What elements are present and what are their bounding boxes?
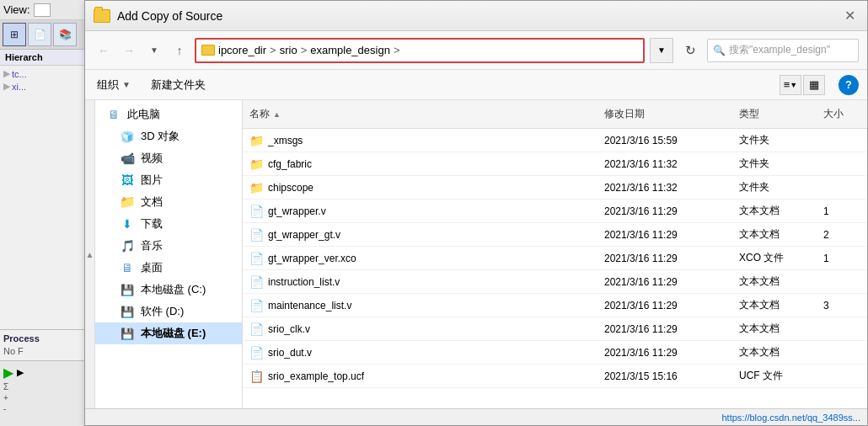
file-name: _xmsgs bbox=[268, 135, 303, 146]
file-row[interactable]: 📄 maintenance_list.v 2021/3/16 11:29 文本文… bbox=[243, 294, 867, 317]
file-row[interactable]: 📄 instruction_list.v 2021/3/16 11:29 文本文… bbox=[243, 270, 867, 294]
nav-item-disk-e[interactable]: 💾 本地磁盘 (E:) bbox=[95, 322, 242, 344]
view-buttons: ≡ ▼ ▦ bbox=[780, 75, 825, 95]
nav-item-photo[interactable]: 🖼 图片 bbox=[95, 169, 242, 191]
video-icon: 📹 bbox=[119, 152, 136, 165]
photo-icon: 🖼 bbox=[119, 173, 136, 187]
ide-view-label: View: bbox=[3, 3, 30, 16]
organize-button[interactable]: 组织 ▼ bbox=[94, 76, 134, 94]
file-size bbox=[817, 280, 867, 285]
dialog-close-button[interactable]: ✕ bbox=[840, 7, 859, 25]
file-list-header: 名称 ▲ 修改日期 类型 大小 bbox=[243, 100, 867, 129]
file-row[interactable]: 📁 chipscope 2021/3/16 11:32 文件夹 bbox=[243, 176, 867, 200]
nav-item-video[interactable]: 📹 视频 bbox=[95, 147, 242, 169]
header-date[interactable]: 修改日期 bbox=[597, 104, 732, 125]
file-name-cell: 📄 gt_wrapper_ver.xco bbox=[243, 249, 597, 268]
ide-icon-hierarchy[interactable]: ⊞ bbox=[3, 23, 26, 46]
file-date: 2021/3/16 11:29 bbox=[597, 250, 732, 267]
nav-item-disk-e-label: 本地磁盘 (E:) bbox=[141, 326, 206, 341]
file-size bbox=[817, 185, 867, 190]
new-folder-button[interactable]: 新建文件夹 bbox=[147, 76, 209, 94]
file-row[interactable]: 📁 _xmsgs 2021/3/16 15:59 文件夹 bbox=[243, 129, 867, 152]
file-list-body: 📁 _xmsgs 2021/3/16 15:59 文件夹 📁 cfg_fabri… bbox=[243, 129, 867, 408]
file-name: maintenance_list.v bbox=[268, 300, 351, 312]
file-type: 文本文档 bbox=[732, 296, 817, 315]
add-copy-source-dialog: Add Copy of Source ✕ ← → ▼ ↑ ipcore_dir … bbox=[84, 0, 868, 426]
address-box[interactable]: ipcore_dir > srio > example_design > bbox=[195, 38, 645, 63]
doc-folder-icon: 📁 bbox=[119, 195, 136, 209]
file-type: 文件夹 bbox=[732, 154, 817, 173]
file-name-cell: 📄 srio_dut.v bbox=[243, 343, 597, 362]
file-size: 3 bbox=[817, 297, 867, 314]
file-row[interactable]: 📄 gt_wrapper_gt.v 2021/3/16 11:29 文本文档 2 bbox=[243, 223, 867, 247]
nav-item-download[interactable]: ⬇ 下载 bbox=[95, 213, 242, 235]
file-size bbox=[817, 162, 867, 167]
file-size bbox=[817, 327, 867, 332]
header-type[interactable]: 类型 bbox=[732, 104, 817, 125]
ide-extra-btn[interactable]: + bbox=[3, 393, 85, 402]
ide-tree-item[interactable]: ▶ tc... bbox=[2, 67, 86, 80]
nav-item-disk-d[interactable]: 💾 软件 (D:) bbox=[95, 301, 242, 322]
ide-run-btn[interactable]: ▶ ▶ bbox=[3, 365, 85, 381]
3d-icon: 🧊 bbox=[119, 130, 136, 143]
organize-arrow: ▼ bbox=[122, 80, 131, 89]
file-date: 2021/3/16 11:29 bbox=[597, 321, 732, 338]
file-name: cfg_fabric bbox=[268, 158, 312, 170]
nav-item-doc[interactable]: 📁 文档 bbox=[95, 191, 242, 213]
ide-hierarchy-label: Hierarch bbox=[0, 50, 88, 66]
file-name: srio_clk.v bbox=[268, 323, 310, 335]
ide-toolbar-top: View: bbox=[0, 0, 88, 20]
folder-icon: 📁 bbox=[249, 157, 263, 171]
ide-tree-item-2[interactable]: ▶ xi... bbox=[2, 80, 86, 93]
header-size[interactable]: 大小 bbox=[817, 104, 867, 125]
address-dropdown-button[interactable]: ▼ bbox=[650, 38, 673, 63]
file-name: srio_dut.v bbox=[268, 347, 312, 359]
ide-sigma-btn[interactable]: Σ bbox=[3, 382, 85, 391]
sort-icon: ▲ bbox=[273, 110, 281, 119]
ide-bottom-btns: ▶ ▶ Σ + - bbox=[0, 360, 88, 426]
nav-item-disk-c[interactable]: 💾 本地磁盘 (C:) bbox=[95, 279, 242, 301]
file-size bbox=[817, 350, 867, 355]
file-type: UCF 文件 bbox=[732, 366, 817, 386]
nav-forward-button[interactable]: → bbox=[119, 40, 139, 61]
music-icon: 🎵 bbox=[119, 239, 136, 253]
nav-up-button[interactable]: ↑ bbox=[169, 40, 190, 61]
file-row[interactable]: 📄 srio_dut.v 2021/3/16 11:29 文本文档 bbox=[243, 341, 867, 365]
doc-icon: 📄 bbox=[249, 275, 263, 289]
file-row[interactable]: 📄 srio_clk.v 2021/3/16 11:29 文本文档 bbox=[243, 317, 867, 341]
nav-back-button[interactable]: ← bbox=[94, 40, 114, 61]
refresh-button[interactable]: ↻ bbox=[678, 39, 702, 62]
file-name-cell: 📁 _xmsgs bbox=[243, 131, 597, 150]
file-row[interactable]: 📁 cfg_fabric 2021/3/16 11:32 文件夹 bbox=[243, 152, 867, 176]
file-type: 文本文档 bbox=[732, 201, 817, 221]
nav-item-pc[interactable]: 🖥 此电脑 bbox=[95, 104, 242, 125]
help-label: ? bbox=[845, 78, 852, 91]
ide-extra-btn2[interactable]: - bbox=[3, 404, 85, 413]
nav-item-desktop[interactable]: 🖥 桌面 bbox=[95, 257, 242, 279]
nav-item-3d[interactable]: 🧊 3D 对象 bbox=[95, 125, 242, 147]
file-type: 文件夹 bbox=[732, 178, 817, 197]
new-folder-label: 新建文件夹 bbox=[151, 77, 206, 93]
file-name-cell: 📄 srio_clk.v bbox=[243, 320, 597, 338]
nav-item-music[interactable]: 🎵 音乐 bbox=[95, 235, 242, 257]
dialog-title: Add Copy of Source bbox=[117, 9, 222, 23]
help-button[interactable]: ? bbox=[839, 75, 859, 95]
folder-icon: 📁 bbox=[249, 181, 263, 194]
nav-collapse-button[interactable]: ▲ bbox=[85, 100, 95, 408]
file-name-cell: 📄 gt_wrapper.v bbox=[243, 202, 597, 221]
search-box[interactable]: 🔍 搜索"example_design" bbox=[707, 39, 859, 62]
ide-icon-libs[interactable]: 📚 bbox=[53, 23, 77, 46]
view-list-button[interactable]: ≡ ▼ bbox=[780, 75, 801, 95]
ide-view-toggle[interactable] bbox=[34, 3, 51, 17]
file-date: 2021/3/16 15:59 bbox=[597, 132, 732, 149]
file-row[interactable]: 📄 gt_wrapper_ver.xco 2021/3/16 11:29 XCO… bbox=[243, 247, 867, 270]
header-date-label: 修改日期 bbox=[604, 107, 645, 121]
view-tiles-button[interactable]: ▦ bbox=[803, 75, 825, 95]
path-sep2: > bbox=[301, 44, 308, 56]
file-row[interactable]: 📄 gt_wrapper.v 2021/3/16 11:29 文本文档 1 bbox=[243, 200, 867, 223]
file-size bbox=[817, 138, 867, 143]
ide-icon-files[interactable]: 📄 bbox=[28, 23, 51, 46]
nav-recent-button[interactable]: ▼ bbox=[144, 40, 164, 61]
file-row[interactable]: 📋 srio_example_top.ucf 2021/3/15 15:16 U… bbox=[243, 365, 867, 388]
header-name[interactable]: 名称 ▲ bbox=[243, 104, 597, 125]
